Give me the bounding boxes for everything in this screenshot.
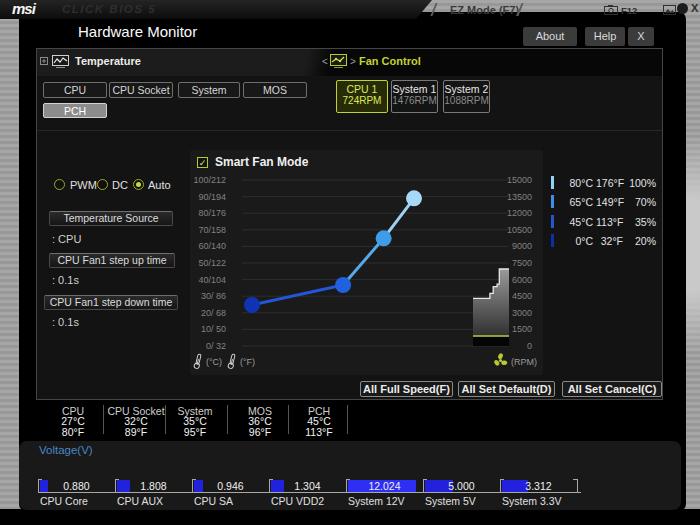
setpoint-percent: 70% [628,194,656,210]
status-temp-f: 95°F [161,427,229,437]
temp-source-button-cpu-socket[interactable]: CPU Socket [109,82,173,98]
status-temp-c: 27°C [39,416,107,426]
status-divider [103,405,104,434]
radio-dot [136,182,141,187]
fan-rpm: 724RPM [337,95,387,106]
temp-source-button-system[interactable]: System [178,82,240,98]
temperature-section-label: Temperature [75,55,141,67]
ez-mode-button[interactable]: EZ Mode (F7) [450,4,519,16]
fan-history-base [473,337,509,346]
about-button[interactable]: About [523,27,577,46]
status-temp-c: 35°C [161,416,229,426]
setpoint-percent: 35% [628,214,656,230]
fan-next-chevron[interactable]: > [350,56,356,67]
curve-segment [343,238,384,285]
fan-name: System 2 [444,83,489,95]
fan-rpm: 1088RPM [444,95,489,106]
voltage-end-tick [577,479,578,493]
rpm-unit-label: (RPM) [511,357,537,367]
field-button-2[interactable]: CPU Fan1 step down time [44,295,178,310]
status-temp-c: 32°C [102,416,170,426]
celsius-unit-label: (°C) [206,357,222,367]
voltage-end-cap [573,479,577,480]
section-divider [37,130,662,131]
fan-icon [493,353,508,368]
setpoint-temp-c: 45°C [556,214,593,230]
radio-pwm[interactable] [54,179,65,190]
fan-name: CPU 1 [337,83,387,95]
field-button-1[interactable]: CPU Fan1 step up time [49,253,175,268]
radio-label-dc: DC [112,179,128,191]
setpoint-temp-f: 32°F [596,233,623,249]
setpoint-bar [551,176,554,189]
fan-curve-chart[interactable] [190,150,543,375]
voltage-value: 1.808 [115,480,192,492]
status-temp-f: 89°F [102,427,170,437]
status-divider [347,405,348,434]
voltage-rail-name: CPU AUX [117,495,163,507]
fan-button-cpu-1[interactable]: CPU 1724RPM [336,80,388,113]
status-temp-f: 113°F [285,427,353,437]
temp-source-button-pch[interactable]: PCH [43,103,107,118]
radio-dc[interactable] [97,179,108,190]
action-button-all-full-speed-f-[interactable]: All Full Speed(F) [360,381,453,397]
setpoint-percent: 20% [628,233,656,249]
setpoint-percent: 100% [628,175,656,191]
status-divider [165,405,166,434]
field-value-2: : 0.1s [52,316,79,328]
setpoint-bar [551,215,554,228]
temp-source-button-mos[interactable]: MOS [243,82,307,98]
close-icon[interactable]: X [691,2,698,14]
setpoint-temp-f: 176°F [596,175,623,191]
bottom-bezel [0,509,700,525]
help-button[interactable]: Help [585,27,625,46]
temperature-graph-icon [52,55,69,68]
close-dialog-button[interactable]: X [628,27,654,46]
field-value-1: : 0.1s [52,274,79,286]
voltage-value: 1.304 [269,480,346,492]
field-value-0: : CPU [52,233,81,245]
page-title: Hardware Monitor [78,23,197,40]
voltage-value: 0.946 [192,480,269,492]
fan-curve-panel: ✓ Smart Fan Mode 100/21290/19480/17670/1… [190,150,543,375]
curve-point-2[interactable] [376,230,392,246]
radio-label-auto: Auto [148,179,171,191]
curve-segment [252,285,343,305]
voltage-rail-name: CPU VDD2 [271,495,324,507]
action-button-all-set-default-d-[interactable]: All Set Default(D) [458,381,555,397]
radio-label-pwm: PWM [70,179,97,191]
image-icon[interactable] [663,5,676,15]
action-button-all-set-cancel-c-[interactable]: All Set Cancel(C) [562,381,662,397]
fan-button-system-2[interactable]: System 21088RPM [443,80,490,113]
bios-screen: msi CLICK BIOS 5 EZ Mode (F7) F12 X Hard… [0,0,700,525]
thermometer-c-icon [193,353,203,370]
voltage-rail-name: CPU SA [194,495,233,507]
fan-rpm: 1476RPM [392,95,437,106]
camera-icon[interactable] [604,5,618,15]
status-temp-c: 36°C [226,416,294,426]
expand-box-icon[interactable] [40,57,48,65]
voltage-value: 5.000 [423,480,500,492]
curve-point-3[interactable] [406,190,422,206]
radio-auto[interactable] [133,179,144,190]
voltage-rail-name: System 12V [348,495,405,507]
setpoint-bar [551,195,554,208]
curve-point-1[interactable] [335,277,351,293]
product-name: CLICK BIOS 5 [62,3,156,15]
voltage-rail-name: System 5V [425,495,476,507]
field-button-0[interactable]: Temperature Source [49,211,173,226]
setpoint-temp-c: 0°C [556,233,593,249]
setpoint-temp-f: 113°F [596,214,623,230]
temp-source-button-cpu[interactable]: CPU [43,82,107,98]
status-divider [227,405,228,434]
status-temp-f: 96°F [226,427,294,437]
fan-prev-chevron[interactable]: < [322,56,328,67]
setpoint-bar [551,234,554,247]
curve-point-0[interactable] [244,297,260,313]
screenshot-hotkey-label: F12 [621,5,637,16]
voltage-value: 3.312 [500,480,577,492]
avatar-icon[interactable] [677,3,688,14]
msi-logo: msi [12,0,35,17]
fan-button-system-1[interactable]: System 11476RPM [391,80,438,113]
setpoint-temp-f: 149°F [596,194,623,210]
